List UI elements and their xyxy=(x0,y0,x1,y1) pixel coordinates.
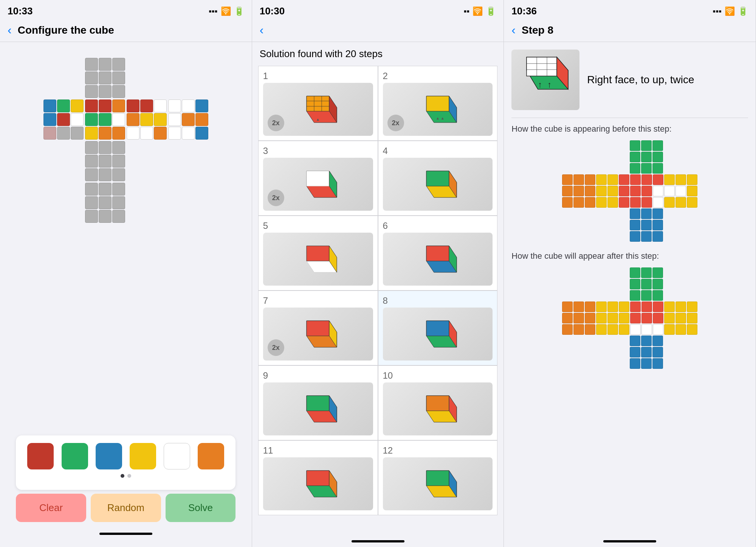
back-button-1[interactable]: ‹ xyxy=(8,23,12,37)
cell[interactable] xyxy=(71,99,84,112)
cell[interactable] xyxy=(112,168,125,181)
bottom-face[interactable] xyxy=(84,140,126,182)
svg-text:↑: ↑ xyxy=(538,80,542,89)
cube-row-bottom1 xyxy=(43,140,209,182)
step-12[interactable]: 12 xyxy=(378,440,498,515)
step-11[interactable]: 11 xyxy=(258,440,378,515)
random-button[interactable]: Random xyxy=(91,494,161,522)
cell[interactable] xyxy=(99,141,112,154)
cell[interactable] xyxy=(182,127,195,140)
cell[interactable] xyxy=(127,127,139,140)
cell[interactable] xyxy=(182,99,195,112)
extra-bottom-face[interactable] xyxy=(84,182,126,224)
step-9[interactable]: 9 xyxy=(258,365,378,440)
cell[interactable] xyxy=(85,196,98,209)
back-button-3[interactable]: ‹ xyxy=(511,23,516,37)
swatch-blue[interactable] xyxy=(96,443,122,469)
cell[interactable] xyxy=(127,113,139,126)
cube-net[interactable] xyxy=(43,57,209,224)
before-cube-net xyxy=(511,140,748,242)
front-face[interactable] xyxy=(84,99,126,140)
step-5[interactable]: 5 xyxy=(258,216,378,291)
cell[interactable] xyxy=(112,196,125,209)
step-2[interactable]: 2 ▲ ▲ 2x xyxy=(378,66,498,141)
cell[interactable] xyxy=(195,127,208,140)
top-face[interactable] xyxy=(84,57,126,99)
solve-button[interactable]: Solve xyxy=(166,494,236,522)
step-7[interactable]: 7 2x xyxy=(258,291,378,365)
cell[interactable] xyxy=(154,127,167,140)
cell[interactable] xyxy=(112,71,125,84)
cell[interactable] xyxy=(71,113,84,126)
cell[interactable] xyxy=(99,85,112,98)
cell[interactable] xyxy=(99,58,112,71)
cell[interactable] xyxy=(112,183,125,196)
back-face[interactable] xyxy=(167,99,209,140)
cell[interactable] xyxy=(85,127,98,140)
cell[interactable] xyxy=(112,127,125,140)
cell[interactable] xyxy=(85,155,98,168)
cell[interactable] xyxy=(182,113,195,126)
cell[interactable] xyxy=(85,210,98,223)
swatch-white[interactable] xyxy=(164,443,190,469)
cell[interactable] xyxy=(43,99,56,112)
cell[interactable] xyxy=(99,127,112,140)
right-face[interactable] xyxy=(126,99,167,140)
cell[interactable] xyxy=(85,168,98,181)
swatch-green[interactable] xyxy=(62,443,88,469)
cell[interactable] xyxy=(99,71,112,84)
cell[interactable] xyxy=(112,141,125,154)
cell[interactable] xyxy=(140,99,153,112)
step-4[interactable]: 4 xyxy=(378,141,498,216)
svg-marker-31 xyxy=(307,396,329,411)
step-1[interactable]: 1 ▲ 2x xyxy=(258,66,378,141)
cell[interactable] xyxy=(154,99,167,112)
cell[interactable] xyxy=(154,113,167,126)
cell[interactable] xyxy=(57,113,70,126)
cell[interactable] xyxy=(85,85,98,98)
cell[interactable] xyxy=(71,127,84,140)
cell[interactable] xyxy=(112,58,125,71)
cell[interactable] xyxy=(85,183,98,196)
cell[interactable] xyxy=(140,113,153,126)
cell[interactable] xyxy=(112,113,125,126)
cell[interactable] xyxy=(43,113,56,126)
cell[interactable] xyxy=(168,99,181,112)
cell[interactable] xyxy=(112,155,125,168)
cell[interactable] xyxy=(127,99,139,112)
step-6[interactable]: 6 xyxy=(378,216,498,291)
cell[interactable] xyxy=(168,127,181,140)
clear-button[interactable]: Clear xyxy=(16,494,86,522)
swatch-orange[interactable] xyxy=(198,443,224,469)
cell[interactable] xyxy=(85,58,98,71)
cell[interactable] xyxy=(195,113,208,126)
cell[interactable] xyxy=(57,99,70,112)
color-swatches xyxy=(23,443,228,469)
cell[interactable] xyxy=(57,127,70,140)
step-3[interactable]: 3 2x xyxy=(258,141,378,216)
cell[interactable] xyxy=(85,141,98,154)
cell[interactable] xyxy=(85,99,98,112)
cell[interactable] xyxy=(99,99,112,112)
cell[interactable] xyxy=(112,210,125,223)
cell[interactable] xyxy=(99,113,112,126)
cell[interactable] xyxy=(43,127,56,140)
step-8[interactable]: 8 xyxy=(378,291,498,365)
cell[interactable] xyxy=(99,168,112,181)
left-face[interactable] xyxy=(43,99,84,140)
cell[interactable] xyxy=(99,183,112,196)
cell[interactable] xyxy=(85,71,98,84)
cell[interactable] xyxy=(195,99,208,112)
cell[interactable] xyxy=(112,99,125,112)
cell[interactable] xyxy=(99,196,112,209)
swatch-red[interactable] xyxy=(27,443,54,469)
back-button-2[interactable]: ‹ xyxy=(260,23,264,37)
cell[interactable] xyxy=(85,113,98,126)
cell[interactable] xyxy=(168,113,181,126)
cell[interactable] xyxy=(99,155,112,168)
cell[interactable] xyxy=(112,85,125,98)
swatch-yellow[interactable] xyxy=(130,443,156,469)
cell[interactable] xyxy=(140,127,153,140)
cell[interactable] xyxy=(99,210,112,223)
step-10[interactable]: 10 xyxy=(378,365,498,440)
